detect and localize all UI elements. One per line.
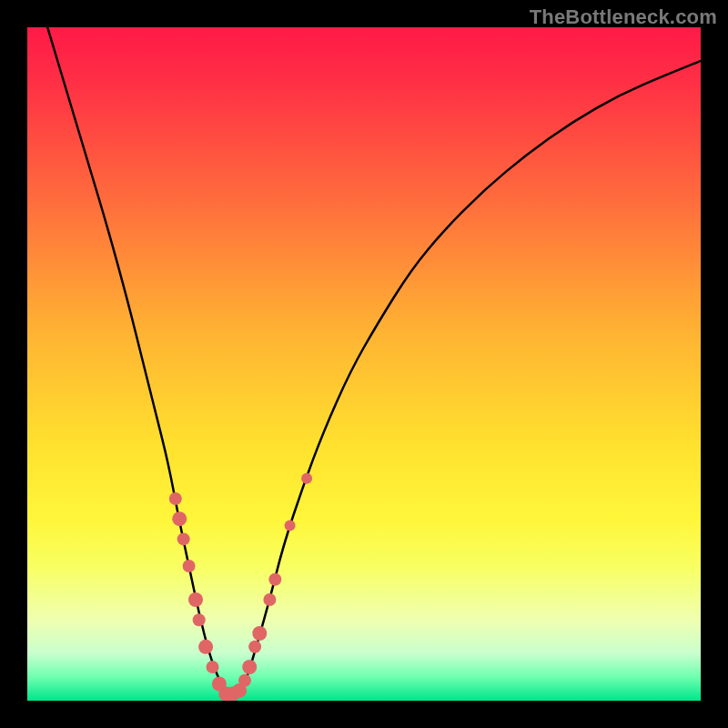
data-marker: [238, 674, 251, 687]
data-marker: [188, 592, 203, 607]
data-marker: [285, 521, 296, 531]
data-marker: [301, 473, 312, 484]
data-marker: [263, 593, 276, 606]
data-marker: [198, 640, 213, 654]
data-marker: [183, 560, 196, 572]
data-marker: [242, 660, 257, 674]
plot-area: [27, 27, 701, 701]
data-marker: [169, 492, 182, 505]
data-marker: [172, 511, 187, 526]
data-markers: [169, 473, 312, 701]
bottleneck-curve: [27, 27, 701, 697]
data-marker: [268, 573, 281, 586]
data-marker: [248, 641, 261, 653]
data-marker: [252, 626, 267, 641]
chart-frame: TheBottleneck.com: [0, 0, 728, 728]
curve-layer: [27, 27, 701, 701]
data-marker: [177, 532, 190, 545]
data-marker: [207, 661, 219, 673]
data-marker: [193, 613, 206, 626]
watermark-text: TheBottleneck.com: [530, 5, 717, 29]
